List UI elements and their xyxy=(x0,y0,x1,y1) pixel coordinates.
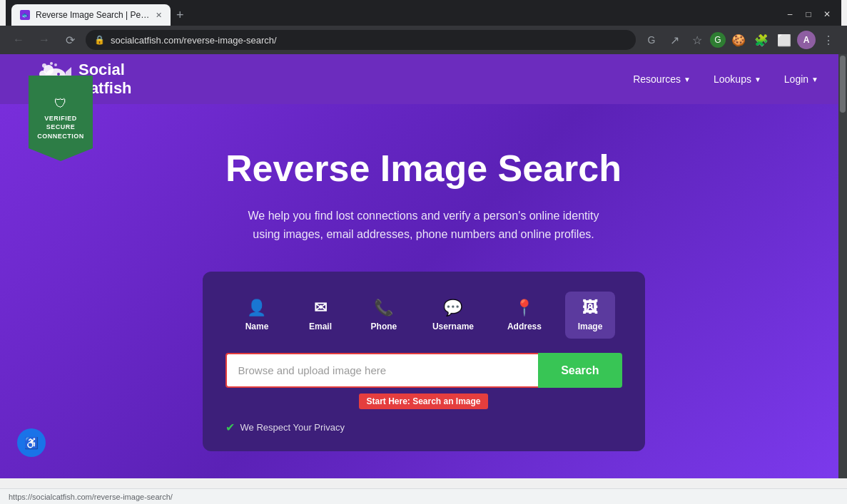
badge-text: VERIFIED SECURE CONNECTION xyxy=(37,114,84,141)
tab-title: Reverse Image Search | People S... xyxy=(36,10,150,20)
search-button[interactable]: Search xyxy=(538,353,622,388)
search-input-area: Search xyxy=(225,353,622,388)
extension-icon-2[interactable]: 🍪 xyxy=(729,30,749,50)
login-arrow-icon: ▼ xyxy=(811,76,818,83)
hero-content: Reverse Image Search We help you find lo… xyxy=(0,104,847,478)
search-hint-badge: Start Here: Search an Image xyxy=(225,394,622,421)
google-icon[interactable]: G xyxy=(641,30,661,50)
close-button[interactable]: ✕ xyxy=(818,6,836,23)
extensions-icon[interactable]: 🧩 xyxy=(751,30,771,50)
tab-phone[interactable]: 📞 Phone xyxy=(359,292,409,339)
forward-button[interactable]: → xyxy=(34,30,54,50)
nav-login[interactable]: Login ▼ xyxy=(784,73,818,85)
email-icon: ✉ xyxy=(314,299,327,317)
accessibility-icon: ♿ xyxy=(24,436,39,450)
tab-email[interactable]: ✉ Email xyxy=(295,292,345,339)
tab-name-label: Name xyxy=(245,322,269,331)
site-nav: Social Catfish Resources ▼ Lookups ▼ Log… xyxy=(0,54,847,104)
shield-icon: 🛡 xyxy=(54,96,67,111)
browser-actions: G ↗ ☆ G 🍪 🧩 ⬜ A ⋮ xyxy=(641,30,838,50)
url-bar[interactable]: 🔒 socialcatfish.com/reverse-image-search… xyxy=(86,30,636,50)
extension-icon-1[interactable]: G xyxy=(710,32,726,48)
search-tabs: 👤 Name ✉ Email 📞 Phone 💬 Username xyxy=(225,292,622,339)
tab-name[interactable]: 👤 Name xyxy=(232,292,282,339)
hero-subtitle: We help you find lost connections and ve… xyxy=(238,207,609,243)
reload-button[interactable]: ⟳ xyxy=(60,30,80,50)
maximize-button[interactable]: □ xyxy=(800,6,817,23)
tab-address[interactable]: 📍 Address xyxy=(497,292,552,339)
scrollbar-thumb[interactable] xyxy=(840,56,846,113)
menu-button[interactable]: ⋮ xyxy=(818,30,838,50)
username-icon: 💬 xyxy=(443,299,462,317)
svg-point-7 xyxy=(42,63,46,68)
search-box: 👤 Name ✉ Email 📞 Phone 💬 Username xyxy=(203,272,645,451)
privacy-text: We Respect Your Privacy xyxy=(240,422,345,433)
check-icon: ✔ xyxy=(225,421,235,434)
scrollbar[interactable] xyxy=(838,54,847,478)
nav-lookups[interactable]: Lookups ▼ xyxy=(714,73,761,85)
tab-close-button[interactable]: ✕ xyxy=(156,11,162,20)
search-footer: ✔ We Respect Your Privacy xyxy=(225,421,622,434)
phone-icon: 📞 xyxy=(374,299,393,317)
url-text: socialcatfish.com/reverse-image-search/ xyxy=(111,35,627,46)
tab-image[interactable]: 🖼 Image xyxy=(565,292,615,339)
person-icon: 👤 xyxy=(247,299,266,317)
browser-chrome: 🐟 Reverse Image Search | People S... ✕ +… xyxy=(0,0,847,54)
tab-phone-label: Phone xyxy=(371,322,397,331)
hero-title: Reverse Image Search xyxy=(14,147,833,190)
svg-point-9 xyxy=(54,63,57,66)
sidebar-icon[interactable]: ⬜ xyxy=(774,30,794,50)
svg-point-8 xyxy=(50,62,53,65)
status-bar: https://socialcatfish.com/reverse-image-… xyxy=(0,488,847,504)
share-icon[interactable]: ↗ xyxy=(664,30,684,50)
page-content: Social Catfish Resources ▼ Lookups ▼ Log… xyxy=(0,54,847,478)
tab-username[interactable]: 💬 Username xyxy=(422,292,484,339)
status-url: https://socialcatfish.com/reverse-image-… xyxy=(9,493,173,501)
nav-links: Resources ▼ Lookups ▼ Login ▼ xyxy=(633,73,818,85)
profile-avatar[interactable]: A xyxy=(797,31,816,49)
tab-username-label: Username xyxy=(432,322,474,331)
tab-email-label: Email xyxy=(309,322,332,331)
lock-icon: 🔒 xyxy=(94,35,105,45)
image-icon: 🖼 xyxy=(582,299,598,317)
svg-point-3 xyxy=(57,73,60,76)
hero-section: Social Catfish Resources ▼ Lookups ▼ Log… xyxy=(0,54,847,478)
verified-badge: 🛡 VERIFIED SECURE CONNECTION xyxy=(29,76,93,161)
image-search-input[interactable] xyxy=(225,353,539,388)
nav-resources[interactable]: Resources ▼ xyxy=(633,73,691,85)
bookmark-icon[interactable]: ☆ xyxy=(687,30,707,50)
search-hint-text: Start Here: Search an Image xyxy=(359,394,487,409)
tab-favicon: 🐟 xyxy=(20,10,30,20)
address-bar: ← → ⟳ 🔒 socialcatfish.com/reverse-image-… xyxy=(0,26,847,54)
tab-image-label: Image xyxy=(578,322,603,331)
tab-address-label: Address xyxy=(507,322,542,331)
minimize-button[interactable]: – xyxy=(781,6,798,23)
resources-arrow-icon: ▼ xyxy=(684,76,691,83)
accessibility-button[interactable]: ♿ xyxy=(17,428,46,457)
new-tab-button[interactable]: + xyxy=(176,8,184,26)
title-bar: 🐟 Reverse Image Search | People S... ✕ +… xyxy=(0,0,847,26)
back-button[interactable]: ← xyxy=(9,30,29,50)
lookups-arrow-icon: ▼ xyxy=(754,76,761,83)
address-icon: 📍 xyxy=(514,299,534,317)
active-tab[interactable]: 🐟 Reverse Image Search | People S... ✕ xyxy=(11,4,171,26)
